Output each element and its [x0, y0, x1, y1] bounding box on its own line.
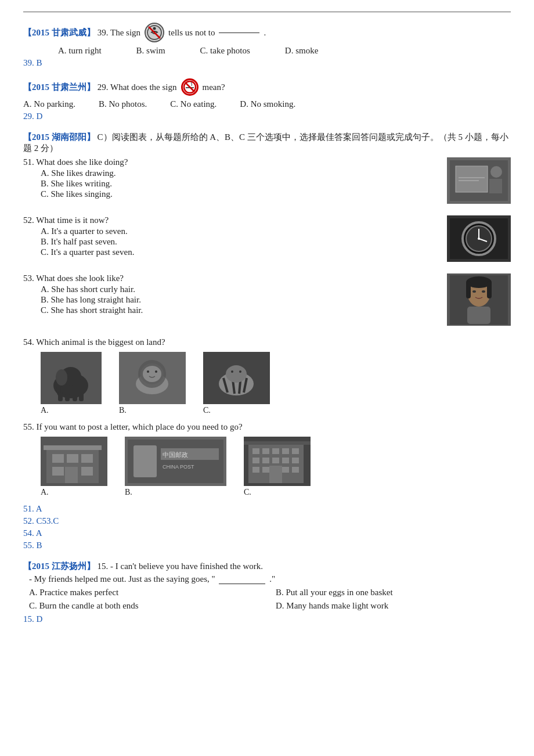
answer-52-53: 52. C53.C [23, 516, 511, 526]
question-text-29-after: mean? [203, 82, 225, 92]
label-55-a: A. [41, 488, 107, 497]
svg-rect-77 [292, 458, 299, 463]
svg-point-17 [478, 237, 480, 240]
question-text-51: 51. What does she like doing? [23, 157, 511, 167]
svg-rect-79 [262, 467, 269, 473]
label-54-c: C. [203, 406, 270, 415]
svg-rect-11 [489, 179, 502, 193]
question-text-39-after: tells us not to [168, 28, 215, 38]
answer-39: 39. B [23, 58, 511, 68]
question-text-15-line2: - My friends helped me out. Just as the … [29, 574, 215, 584]
no-swim-sign-icon [145, 23, 164, 42]
option-52-a: A. It's a quarter to seven. [41, 226, 511, 236]
top-divider [23, 12, 511, 12]
section-intro-shaoyang: C）阅读图表，从每题所给的 A、B、C 三个选项中，选择最佳答案回答问题或完成句… [23, 132, 508, 153]
svg-rect-55 [52, 467, 64, 476]
images-row-55: A. 中国邮政 CHINA POST B. [41, 437, 511, 497]
option-39-b: B. swim [136, 46, 165, 56]
answer-blank-39 [219, 33, 259, 33]
svg-point-10 [490, 166, 502, 178]
option-52-b: B. It's half past seven. [41, 237, 511, 247]
option-15-b: B. Put all your eggs in one basket [276, 588, 511, 597]
svg-rect-76 [282, 458, 289, 463]
option-15-d: D. Many hands make light work [276, 601, 511, 611]
svg-point-40 [155, 370, 157, 373]
svg-rect-53 [67, 454, 78, 463]
question-text-29-before: 29. What does the sign [98, 82, 177, 92]
section-jiangsu-yangzhou: 【2015 江苏扬州】 15. - I can't believe you ha… [23, 561, 511, 624]
question-text-53: 53. What does she look like? [23, 273, 511, 283]
side-image-53 [447, 273, 511, 326]
option-52-c: C. It's a quarter past seven. [41, 247, 511, 257]
option-51-c: C. She likes singing. [41, 189, 511, 199]
svg-rect-67 [244, 441, 311, 445]
image-54-b: B. [119, 352, 186, 415]
option-15-c: C. Burn the candle at both ends [29, 601, 264, 611]
option-15-a: A. Practice makes perfect [29, 588, 264, 597]
option-51-a: A. She likes drawing. [41, 168, 511, 178]
svg-rect-81 [292, 467, 299, 473]
svg-rect-68 [252, 448, 259, 454]
option-39-c: C. take photos [200, 46, 250, 56]
question-period-39: . [264, 28, 266, 38]
svg-point-48 [231, 370, 233, 373]
svg-point-24 [482, 290, 485, 293]
svg-rect-52 [52, 454, 64, 463]
options-row-39: A. turn right B. swim C. take photos D. … [58, 46, 511, 56]
label-54-a: A. [41, 406, 102, 415]
question-text-52: 52. What time is it now? [23, 215, 511, 225]
question-block-53: 53. What does she look like? A. She has … [23, 273, 511, 330]
option-29-c: C. No eating. [170, 99, 217, 109]
answer-29: 29. D [23, 111, 511, 121]
svg-rect-31 [65, 394, 70, 401]
svg-text:CHINA POST: CHINA POST [163, 464, 194, 470]
option-53-b: B. She has long straight hair. [41, 295, 511, 305]
question-block-55: 55. If you want to post a letter, which … [23, 422, 511, 497]
svg-rect-78 [252, 467, 259, 473]
section-gansu-wuwei: 【2015 甘肃武威】 39. The sign tells us not to… [23, 23, 511, 68]
section-gansu-lanzhou: 【2015 甘肃兰州】 29. What does the sign mean?… [23, 78, 511, 121]
svg-rect-80 [282, 467, 289, 473]
side-image-52 [447, 215, 511, 262]
option-53-a: A. She has short curly hair. [41, 285, 511, 294]
svg-rect-30 [58, 393, 63, 401]
question-line-39: 【2015 甘肃武威】 39. The sign tells us not to… [23, 23, 511, 42]
svg-point-49 [239, 370, 241, 373]
image-54-a: A. [41, 352, 102, 415]
svg-point-39 [147, 370, 149, 373]
svg-rect-82 [269, 466, 282, 483]
svg-rect-32 [73, 394, 77, 401]
svg-rect-70 [272, 448, 279, 454]
image-55-b: 中国邮政 CHINA POST B. [125, 437, 226, 497]
section-hunan-shaoyang: 【2015 湖南邵阳】 C）阅读图表，从每题所给的 A、B、C 三个选项中，选择… [23, 132, 511, 550]
question-text-55: 55. If you want to post a letter, which … [23, 422, 511, 432]
option-53-c: C. She has short straight hair. [41, 305, 511, 315]
image-54-c: C. [203, 352, 270, 415]
question-text-54: 54. Which animal is the biggest on land? [23, 337, 511, 347]
svg-rect-71 [282, 448, 289, 454]
svg-point-1 [153, 27, 156, 30]
question-block-51: 51. What does she like doing? A. She lik… [23, 157, 511, 208]
tag-2015-jiangsu-yangzhou: 【2015 江苏扬州】 [23, 561, 95, 571]
svg-point-23 [472, 290, 476, 293]
label-55-b: B. [125, 488, 226, 497]
question-line2-15: - My friends helped me out. Just as the … [29, 574, 511, 584]
question-text-15-line1: 15. - I can't believe you have finished … [98, 561, 264, 571]
option-51-b: B. She likes writing. [41, 179, 511, 189]
svg-point-47 [226, 365, 247, 383]
option-29-d: D. No smoking. [240, 99, 295, 109]
question-text-39-before: 39. The sign [98, 28, 140, 38]
image-55-c: C. [244, 437, 311, 497]
label-54-b: B. [119, 406, 186, 415]
answer-55: 55. B [23, 541, 511, 550]
tag-2015-gansu-lanzhou: 【2015 甘肃兰州】 [23, 82, 95, 93]
no-smoking-sign-icon [181, 78, 199, 96]
question-line-29: 【2015 甘肃兰州】 29. What does the sign mean? [23, 78, 511, 96]
svg-text:中国邮政: 中国邮政 [163, 451, 188, 458]
svg-rect-54 [81, 454, 93, 463]
svg-rect-58 [44, 445, 102, 450]
answer-51: 51. A [23, 504, 511, 514]
svg-rect-21 [466, 281, 471, 298]
tag-2015-gansu-wuwei: 【2015 甘肃武威】 [23, 27, 95, 38]
svg-rect-73 [252, 458, 259, 463]
